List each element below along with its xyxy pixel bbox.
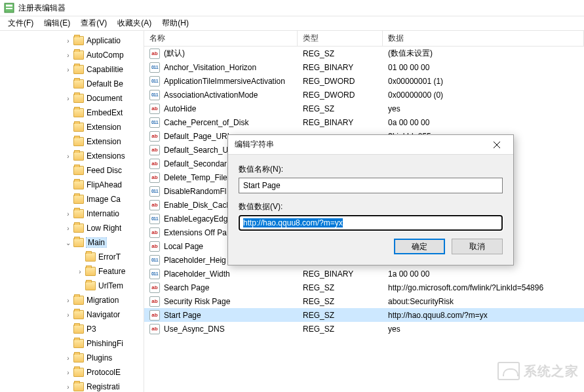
folder-icon (85, 267, 96, 276)
tree-item[interactable]: ›Internatio (0, 206, 144, 221)
tree-item[interactable]: FlipAhead (0, 178, 144, 192)
column-data[interactable]: 数据 (383, 31, 584, 46)
string-value-icon: ab (149, 296, 160, 307)
chevron-icon[interactable]: ⌄ (64, 239, 72, 246)
value-name-label: 数值名称(N): (239, 164, 503, 175)
value-data: (数值未设置) (383, 48, 584, 59)
tree-item[interactable]: Image Ca (0, 192, 144, 206)
folder-icon (73, 238, 84, 247)
tree-label: UrlTem (98, 281, 123, 290)
svg-rect-1 (6, 5, 12, 7)
tree-item[interactable]: ›AutoComp (0, 48, 144, 62)
tree-item[interactable]: ›Plugins (0, 351, 144, 365)
menu-favorites[interactable]: 收藏夹(A) (112, 16, 157, 30)
menu-help[interactable]: 帮助(H) (157, 16, 194, 30)
tree-item[interactable]: Feed Disc (0, 163, 144, 178)
tree-item[interactable]: ›Applicatio (0, 33, 144, 48)
chevron-icon[interactable]: › (64, 66, 72, 73)
chevron-icon[interactable]: › (64, 95, 72, 102)
chevron-icon[interactable]: › (64, 311, 72, 319)
column-type[interactable]: 类型 (298, 31, 383, 46)
value-data: yes (383, 104, 584, 113)
string-value-icon: ab (149, 159, 160, 169)
title-bar: 注册表编辑器 (0, 0, 584, 16)
value-name: Anchor_Visitation_Horizon (164, 63, 256, 72)
chevron-icon[interactable]: › (64, 355, 72, 362)
chevron-icon[interactable]: › (64, 383, 72, 391)
chevron-icon[interactable]: › (64, 210, 72, 218)
folder-icon (73, 296, 84, 305)
tree-item[interactable]: P3 (0, 322, 144, 336)
tree-item[interactable]: Extension (0, 120, 144, 134)
value-row[interactable]: abStart PageREG_SZhttp://hao.qquu8.com/?… (144, 308, 584, 322)
value-row[interactable]: abSearch PageREG_SZhttp://go.microsoft.c… (144, 281, 584, 294)
chevron-icon[interactable]: › (64, 297, 72, 304)
tree-label: FlipAhead (87, 180, 122, 189)
tree-item[interactable]: ⌄Main (0, 235, 144, 250)
tree-item[interactable]: Extension (0, 134, 144, 149)
value-data: 0a 00 00 00 (383, 118, 584, 127)
tree-item[interactable]: ›Capabilitie (0, 62, 144, 77)
edit-string-dialog: 编辑字符串 数值名称(N): 数值数据(V): 确定 取消 (227, 134, 514, 265)
ok-button[interactable]: 确定 (394, 239, 445, 254)
tree-item[interactable]: ›Migration (0, 293, 144, 307)
value-type: REG_SZ (298, 283, 383, 292)
tree-item[interactable]: ›Registrati (0, 380, 144, 392)
string-value-icon: ab (149, 310, 160, 321)
cancel-button[interactable]: 取消 (452, 239, 503, 254)
value-row[interactable]: abAutoHideREG_SZyes (144, 102, 584, 115)
chevron-icon[interactable]: › (76, 268, 84, 275)
tree-pane[interactable]: ›Applicatio›AutoComp›CapabilitieDefault … (0, 31, 144, 392)
dialog-titlebar[interactable]: 编辑字符串 (228, 135, 513, 155)
binary-value-icon: 011 (149, 255, 160, 265)
tree-label: PhishingFi (87, 339, 123, 348)
menu-view[interactable]: 查看(V) (75, 16, 112, 30)
chevron-icon[interactable]: › (64, 37, 72, 45)
string-value-icon: ab (149, 283, 160, 293)
value-name: Delete_Temp_File (164, 173, 227, 182)
folder-icon (73, 339, 84, 348)
tree-label: Migration (87, 296, 119, 305)
tree-item[interactable]: Default Be (0, 77, 144, 91)
folder-icon (73, 324, 84, 334)
tree-item[interactable]: PhishingFi (0, 336, 144, 351)
menu-file[interactable]: 文件(F) (3, 16, 39, 30)
tree-item[interactable]: UrlTem (0, 279, 144, 293)
folder-icon (73, 123, 84, 132)
menu-edit[interactable]: 编辑(E) (39, 16, 75, 30)
value-name: Placeholder_Width (164, 269, 230, 279)
tree-item[interactable]: ›ProtocolE (0, 365, 144, 380)
value-row[interactable]: abSecurity Risk PageREG_SZabout:Security… (144, 294, 584, 308)
tree-item[interactable]: ›Navigator (0, 307, 144, 322)
value-name: Default_Search_U (164, 146, 228, 155)
column-name[interactable]: 名称 (144, 31, 298, 46)
registry-tree[interactable]: ›Applicatio›AutoComp›CapabilitieDefault … (0, 33, 144, 392)
tree-item[interactable]: ›Low Right (0, 221, 144, 235)
close-icon[interactable] (487, 138, 507, 152)
value-row[interactable]: abUse_Async_DNSREG_SZyes (144, 322, 584, 336)
value-type: REG_SZ (298, 324, 383, 334)
chevron-icon[interactable]: › (64, 369, 72, 376)
value-name-input[interactable] (239, 178, 503, 193)
value-row[interactable]: ab(默认)REG_SZ(数值未设置) (144, 47, 584, 60)
tree-item[interactable]: ›Extensions (0, 149, 144, 163)
value-row[interactable]: 011Anchor_Visitation_HorizonREG_BINARY01… (144, 60, 584, 74)
tree-item[interactable]: EmbedExt (0, 106, 144, 120)
tree-item[interactable]: ›Feature (0, 264, 144, 279)
chevron-icon[interactable]: › (64, 225, 72, 232)
value-data: 0x00000000 (0) (383, 90, 584, 100)
folder-icon (73, 50, 84, 60)
value-name: Cache_Percent_of_Disk (164, 118, 248, 127)
value-data-input[interactable] (239, 215, 503, 231)
tree-item[interactable]: ›Document (0, 91, 144, 106)
value-row[interactable]: 011ApplicationTileImmersiveActivationREG… (144, 74, 584, 88)
binary-value-icon: 011 (149, 186, 160, 197)
chevron-icon[interactable]: › (64, 153, 72, 160)
value-row[interactable]: 011AssociationActivationModeREG_DWORD0x0… (144, 88, 584, 102)
chevron-icon[interactable]: › (64, 52, 72, 59)
value-row[interactable]: 011Placeholder_WidthREG_BINARY1a 00 00 0… (144, 267, 584, 281)
value-name: EnableLegacyEdg (164, 214, 227, 224)
value-data: http://go.microsoft.com/fwlink/?LinkId=5… (383, 283, 584, 292)
value-row[interactable]: 011Cache_Percent_of_DiskREG_BINARY0a 00 … (144, 115, 584, 129)
tree-item[interactable]: ErrorT (0, 250, 144, 264)
